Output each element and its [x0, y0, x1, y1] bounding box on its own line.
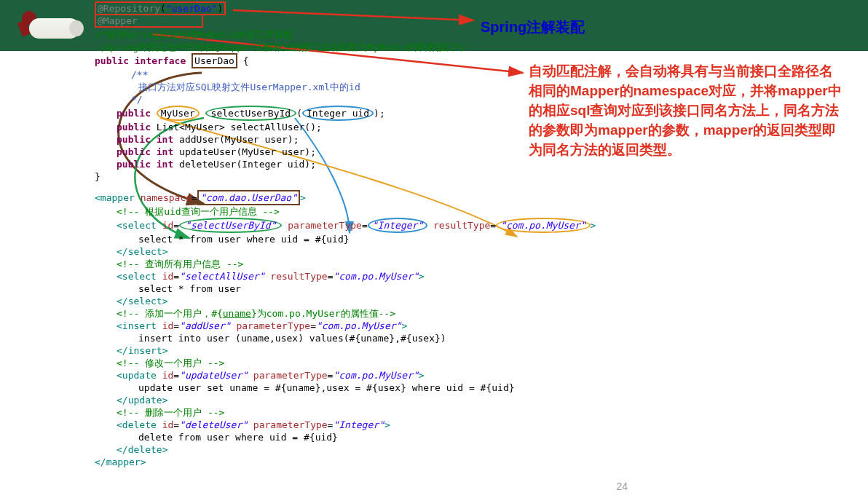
sql-query: select * from user where uid = #{uid} — [95, 233, 596, 245]
callout-spring-annotation: Spring注解装配 — [481, 17, 585, 37]
scroll-icon — [11, 7, 84, 44]
sql-query: delete from user where uid = #{uid} — [95, 431, 596, 443]
callout-explanation: 自动匹配注解，会自动将具有与当前接口全路径名相同的Mapper的namespac… — [529, 61, 842, 159]
sql-query: select * from user — [95, 282, 596, 295]
java-interface: public interface UserDao { /** 接口方法对应SQL… — [95, 53, 596, 183]
page-number: 24 — [616, 481, 628, 492]
sql-query: update user set uname = #{uname},usex = … — [95, 382, 596, 394]
sql-query: insert into user (uname,usex) values(#{u… — [95, 332, 596, 344]
code-block: @Repository("userDao") @Mapper /*使用Sprin… — [95, 2, 596, 468]
xml-mapper: <mapper namespace="com.dao.UserDao"> <!-… — [95, 190, 596, 468]
